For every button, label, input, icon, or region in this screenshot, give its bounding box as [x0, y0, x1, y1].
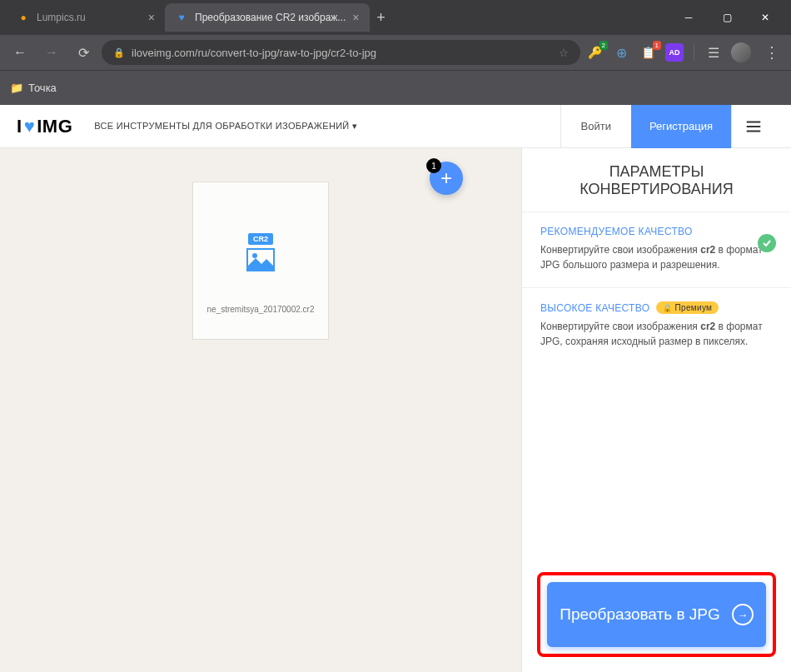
check-icon	[758, 234, 776, 252]
workspace[interactable]: CR2 ne_stremitsya_20170002.cr2 1 +	[0, 148, 521, 672]
quality-recommended[interactable]: РЕКОМЕНДУЕМОЕ КАЧЕСТВО Конвертируйте сво…	[522, 212, 791, 287]
quality-title: ВЫСОКОЕ КАЧЕСТВО 🔒 Премиум	[540, 301, 773, 314]
plus-icon: +	[440, 167, 452, 190]
add-file-button[interactable]: 1 +	[430, 162, 463, 195]
maximize-button[interactable]: ▢	[708, 4, 746, 31]
close-window-button[interactable]: ✕	[746, 4, 784, 31]
tab-lumpics[interactable]: ● Lumpics.ru ×	[7, 3, 165, 32]
tab-iloveimg[interactable]: ♥ Преобразование CR2 изображ... ×	[165, 3, 370, 32]
file-count-badge: 1	[426, 158, 441, 173]
back-button[interactable]: ←	[7, 39, 33, 66]
url-text: iloveimg.com/ru/convert-to-jpg/raw-to-jp…	[132, 47, 376, 59]
quality-high[interactable]: ВЫСОКОЕ КАЧЕСТВО 🔒 Премиум Конвертируйте…	[522, 287, 791, 364]
new-tab-button[interactable]: +	[370, 6, 393, 29]
arrow-right-icon: →	[732, 604, 754, 625]
all-tools-dropdown[interactable]: ВСЕ ИНСТРУМЕНТЫ ДЛЯ ОБРАБОТКИ ИЗОБРАЖЕНИ…	[94, 121, 357, 132]
tab-bar: ● Lumpics.ru × ♥ Преобразование CR2 изоб…	[0, 0, 791, 35]
folder-icon: 📁	[10, 82, 23, 94]
sidebar-title: ПАРАМЕТРЫ КОНВЕРТИРОВАНИЯ	[522, 148, 791, 212]
file-card[interactable]: CR2 ne_stremitsya_20170002.cr2	[192, 182, 329, 340]
bookmark-label: Точка	[28, 82, 57, 94]
bookmark-folder[interactable]: 📁 Точка	[10, 82, 57, 94]
heart-icon: ♥	[24, 116, 36, 137]
highlight-annotation: Преобразовать в JPG →	[537, 572, 776, 657]
premium-badge: 🔒 Премиум	[656, 301, 719, 314]
svg-point-1	[252, 253, 257, 258]
browser-menu-button[interactable]: ⋮	[759, 43, 784, 62]
extension-icon[interactable]: AD	[665, 43, 684, 62]
star-icon[interactable]: ☆	[559, 47, 569, 59]
hamburger-icon	[744, 117, 763, 136]
convert-button[interactable]: Преобразовать в JPG →	[547, 582, 766, 647]
forward-button[interactable]: →	[38, 39, 65, 66]
file-format-badge: CR2	[248, 233, 273, 245]
extension-icon[interactable]: ⊕	[612, 43, 630, 62]
register-button[interactable]: Регистрация	[631, 105, 731, 148]
tab-title: Lumpics.ru	[37, 12, 86, 23]
lock-icon: 🔒	[663, 304, 672, 312]
reading-list-icon[interactable]: ☰	[704, 43, 723, 62]
quality-title: РЕКОМЕНДУЕМОЕ КАЧЕСТВО	[540, 226, 773, 237]
reload-button[interactable]: ⟳	[70, 39, 97, 66]
extension-icon[interactable]: 📋 1	[639, 43, 657, 62]
close-icon[interactable]: ×	[352, 11, 359, 24]
extension-icon[interactable]: 🔑 2	[585, 43, 604, 62]
menu-button[interactable]	[731, 105, 774, 148]
divider	[694, 44, 694, 61]
logo-left: I	[17, 116, 22, 137]
close-icon[interactable]: ×	[148, 11, 155, 24]
minimize-button[interactable]: ─	[669, 4, 708, 31]
logo-right: IMG	[37, 116, 72, 137]
quality-desc: Конвертируйте свои изображения cr2 в фор…	[540, 242, 773, 272]
sidebar: ПАРАМЕТРЫ КОНВЕРТИРОВАНИЯ РЕКОМЕНДУЕМОЕ …	[521, 148, 791, 672]
file-icon: CR2	[246, 233, 275, 271]
convert-label: Преобразовать в JPG	[560, 605, 719, 625]
url-field[interactable]: 🔒 iloveimg.com/ru/convert-to-jpg/raw-to-…	[102, 40, 580, 65]
file-name: ne_stremitsya_20170002.cr2	[207, 305, 315, 314]
favicon-lumpics: ●	[17, 11, 30, 24]
profile-avatar[interactable]	[731, 42, 751, 62]
login-button[interactable]: Войти	[560, 105, 631, 148]
image-icon	[246, 248, 275, 271]
favicon-iloveimg: ♥	[175, 11, 188, 24]
logo[interactable]: I ♥ IMG	[17, 116, 72, 137]
quality-desc: Конвертируйте свои изображения cr2 в фор…	[540, 319, 773, 349]
lock-icon: 🔒	[113, 47, 125, 58]
tab-title: Преобразование CR2 изображ...	[195, 12, 346, 23]
